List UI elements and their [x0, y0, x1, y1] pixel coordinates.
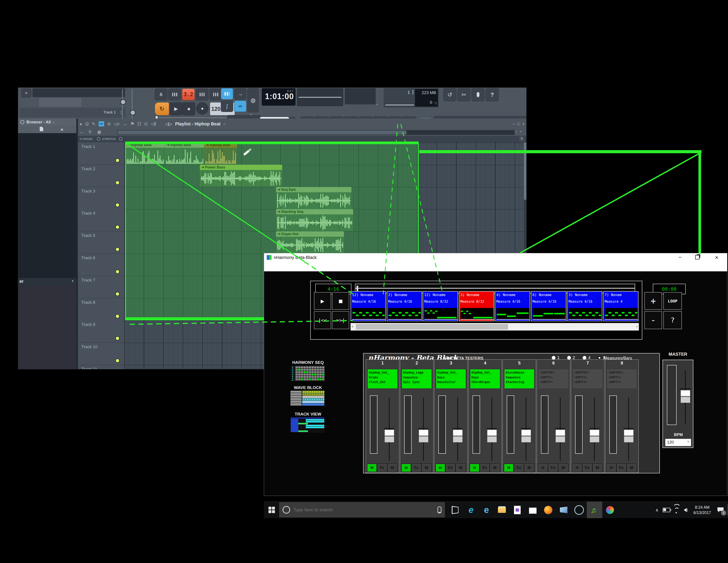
notification-center-button[interactable]: 2	[714, 502, 727, 518]
mute-button[interactable]: M	[456, 464, 465, 472]
track-mute-led[interactable]	[115, 292, 120, 296]
movies-tv-icon[interactable]	[556, 502, 571, 518]
shuffle-slider[interactable]	[155, 117, 230, 118]
mixer-strip[interactable]: 1 HipHop_Vol_DrumsClock_Set H Fx M	[366, 360, 399, 473]
minimize-icon[interactable]: –	[679, 254, 681, 260]
mixer-strip[interactable]: 3 HipHop_Vol_BassBassGuitar H Fx M	[434, 360, 467, 473]
options-icon[interactable]: ▸	[80, 121, 82, 126]
delete-tool-icon[interactable]: ⊘	[107, 121, 111, 126]
mixer-strip[interactable]: 2 HipHop_LegeSequenceEpic Sync H Fx M	[400, 360, 433, 473]
track-row[interactable]: Track 11 ···	[78, 365, 124, 369]
track-options-icon[interactable]: ···	[81, 159, 85, 163]
track-mute-led[interactable]	[115, 358, 120, 363]
sequence-block[interactable]: 12) Noname Measure 8/32	[423, 291, 458, 321]
link-icon[interactable]: ⚲	[88, 130, 91, 134]
blocks-scroll-thumb[interactable]	[356, 324, 508, 330]
mixer-strip[interactable]: 8 <EMPTRY><EMPTY><EMPTY> H Fx M	[605, 360, 638, 473]
metronome-led-button[interactable]: 3.2	[182, 88, 195, 100]
song-loop-button[interactable]: ↻	[155, 102, 169, 115]
track-row[interactable]: Track 1 ···	[78, 142, 124, 165]
vst-play-button[interactable]: ▶	[314, 292, 331, 310]
track-options-icon[interactable]: ···	[81, 226, 85, 229]
fx-button[interactable]: Fx	[617, 464, 626, 472]
countdown-button[interactable]	[196, 88, 208, 100]
show-desktop-button[interactable]	[727, 504, 728, 515]
track-mute-led[interactable]	[115, 314, 120, 319]
zcross-knob[interactable]	[97, 137, 100, 141]
blocks-scrollbar[interactable]: ‹ ›	[351, 323, 639, 331]
panel-divider[interactable]	[76, 118, 78, 369]
sequence-block[interactable]: 4) Noname Measure 4/16	[495, 291, 530, 321]
vst-prev-button[interactable]: |<<	[314, 311, 331, 329]
mixer-strip[interactable]: 4 HipHop_Vol_KeysChordOrgan H Fx M	[469, 360, 502, 473]
battery-icon[interactable]	[662, 502, 671, 518]
track-options-icon[interactable]: ···	[81, 181, 85, 185]
mute-button[interactable]: M	[593, 464, 602, 472]
track-options-icon[interactable]: ···	[81, 204, 85, 207]
browser-header[interactable]: Browser - All ▸	[18, 118, 76, 126]
fader-handle[interactable]	[590, 430, 599, 443]
loop-record-mode-button[interactable]	[209, 88, 222, 100]
harmony-toggle-button[interactable]: H	[436, 464, 445, 472]
slip-icon[interactable]: ✎	[92, 121, 96, 126]
plugin-speaker-icon[interactable]: ◄:	[60, 127, 64, 132]
stretch-toggle[interactable]: STRETCH	[102, 137, 116, 141]
track-row[interactable]: Track 4 ···	[78, 209, 124, 231]
track-row[interactable]: Track 5 ···	[78, 231, 124, 254]
track-options-icon[interactable]: ···	[81, 270, 85, 274]
h-scrollbar-thumb[interactable]	[118, 130, 407, 134]
strip-patch-label[interactable]: HipHop_Vol_BassBassGuitar	[436, 369, 466, 388]
browser-section-header[interactable]: er ▼	[18, 278, 76, 286]
fader-handle[interactable]	[521, 430, 531, 443]
paint-tool-icon[interactable]: ✑	[99, 121, 104, 126]
scroll-right-icon[interactable]: ›	[516, 130, 517, 133]
step-edit-toggle[interactable]	[221, 88, 233, 100]
mute-button[interactable]: M	[388, 464, 397, 472]
undo-button[interactable]: ↺	[443, 88, 456, 101]
typing-keyboard-piano-button[interactable]: ⋔	[155, 88, 167, 100]
track-options-icon[interactable]: ···	[81, 248, 85, 252]
measures-radio[interactable]: 4	[583, 355, 591, 360]
speaker-icon[interactable]: )	[681, 502, 690, 518]
volume-knob[interactable]	[120, 99, 126, 105]
mute-button[interactable]: M	[627, 464, 636, 472]
add-block-button[interactable]: +	[644, 292, 662, 310]
collapse-icon[interactable]: ∧	[519, 136, 524, 141]
internet-explorer-icon[interactable]: e	[479, 502, 494, 518]
fx-button[interactable]: Fx	[548, 464, 558, 472]
remove-block-button[interactable]: -	[644, 311, 662, 329]
strip-patch-label[interactable]: HipHop_LegeSequenceEpic Sync	[402, 369, 432, 388]
link-button[interactable]: ∞	[234, 100, 246, 112]
pitch-knob[interactable]	[130, 110, 136, 115]
tray-expand-icon[interactable]: ∧	[653, 502, 661, 518]
track-row[interactable]: Track 9 ···	[78, 321, 124, 343]
task-view-button[interactable]	[448, 502, 463, 518]
harmony-toggle-button[interactable]: H	[470, 464, 479, 472]
search-input[interactable]	[293, 507, 434, 513]
file-explorer-icon[interactable]	[494, 502, 510, 518]
volume-column-button[interactable]: ◍	[247, 88, 259, 112]
track-view-thumbnail[interactable]	[290, 417, 325, 433]
mute-button[interactable]: M	[559, 464, 568, 472]
track-mute-led[interactable]	[115, 336, 120, 341]
mute-button[interactable]: M	[490, 464, 499, 472]
track-row[interactable]: Track 6 ···	[78, 254, 124, 276]
track-options-icon[interactable]: ···	[81, 293, 85, 296]
bpm-dropdown[interactable]: 120 ˅	[665, 439, 691, 446]
strip-patch-label[interactable]: HipHop_Vol_KeysChordOrgan	[470, 369, 500, 388]
scroll-right-icon[interactable]: ›	[636, 324, 638, 329]
fl-close-button[interactable]: ×	[21, 88, 31, 98]
vst-stop-button[interactable]: ■	[332, 292, 349, 310]
vst-next-button[interactable]: >>|	[332, 311, 349, 329]
track-mute-led[interactable]	[115, 158, 120, 163]
fx-button[interactable]: Fx	[480, 464, 489, 472]
sequence-block[interactable]: 2) Noname Measure 4/16	[387, 291, 422, 321]
harmony-seq-thumbnail[interactable]	[290, 366, 325, 381]
mute-tool-icon[interactable]: ◁×	[114, 121, 120, 126]
cut-tool-button[interactable]: ✂	[457, 88, 471, 101]
paint-3d-icon[interactable]	[602, 502, 618, 518]
mixer-strip[interactable]: 7 <EMPTRY><EMPTY><EMPTY> H Fx M	[571, 360, 604, 473]
zcross-toggle[interactable]: Z-CROSS	[80, 137, 93, 141]
mixer-strip[interactable]: 5 DiscoHouseSequenceStackering H Fx M	[503, 360, 536, 473]
track-options-icon[interactable]: ···	[81, 360, 85, 363]
